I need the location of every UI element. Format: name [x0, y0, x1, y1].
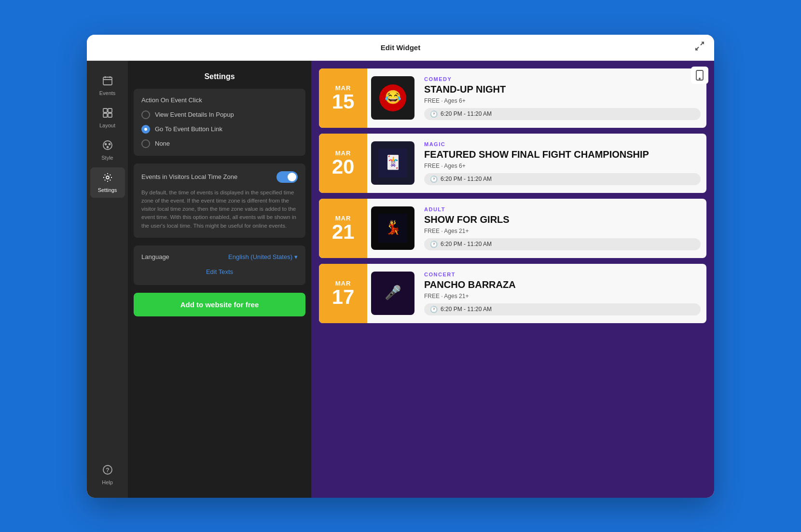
event-title: FEATURED SHOW FINAL FIGHT CHAMPIONSHIP [424, 149, 701, 160]
event-meta: FREE · Ages 6+ [424, 163, 701, 169]
toggle-label: Events in Visitors Local Time Zone [141, 173, 237, 180]
svg-rect-8 [103, 113, 107, 117]
event-info: COMEDY STAND-UP NIGHT FREE · Ages 6+ 🕐 6… [418, 68, 706, 128]
radio-popup[interactable]: View Event Details In Popup [141, 110, 298, 119]
mobile-preview-button[interactable] [691, 67, 708, 84]
sidebar-item-events[interactable]: Events [90, 70, 125, 101]
svg-text:🃏: 🃏 [385, 154, 401, 170]
sidebar-item-layout[interactable]: Layout [90, 103, 125, 133]
preview-area: MAR 15 😂 COMEDY STAND-UP NIGHT FREE · Ag… [311, 61, 714, 498]
event-image: 🎤 [371, 272, 414, 315]
event-time-text: 6:20 PM - 11:20 AM [441, 241, 492, 247]
sidebar-item-style[interactable]: Style [90, 135, 125, 165]
events-icon [102, 75, 113, 88]
event-card[interactable]: MAR 17 🎤 CONCERT PANCHO BARRAZA FREE · A… [319, 264, 706, 323]
event-category: ADULT [424, 206, 701, 212]
layout-icon [102, 108, 113, 121]
settings-panel: Settings Action On Event Click View Even… [128, 61, 311, 498]
event-title: PANCHO BARRAZA [424, 279, 701, 290]
event-day: 21 [332, 222, 355, 242]
event-date-block: MAR 20 [319, 134, 367, 193]
event-time: 🕐 6:20 PM - 11:20 AM [424, 303, 701, 315]
event-date-block: MAR 21 [319, 199, 367, 258]
event-info: ADULT SHOW FOR GIRLS FREE · Ages 21+ 🕐 6… [418, 199, 706, 258]
sidebar-events-label: Events [99, 90, 116, 96]
svg-point-14 [106, 176, 109, 179]
event-time-text: 6:20 PM - 11:20 AM [441, 110, 492, 117]
svg-rect-7 [108, 109, 112, 112]
language-label: Language [141, 253, 169, 260]
event-day: 15 [332, 92, 355, 112]
radio-link-circle[interactable] [141, 125, 150, 134]
radio-link[interactable]: Go To Event Button Link [141, 125, 298, 134]
clock-icon: 🕐 [430, 110, 438, 118]
sidebar-layout-label: Layout [99, 123, 115, 128]
timezone-section: Events in Visitors Local Time Zone By de… [134, 164, 305, 238]
event-meta: FREE · Ages 6+ [424, 97, 701, 104]
event-image: 🃏 [371, 141, 414, 185]
sidebar: Events Layout [87, 61, 128, 498]
event-time: 🕐 6:20 PM - 11:20 AM [424, 238, 701, 250]
event-title: STAND-UP NIGHT [424, 84, 701, 95]
radio-none-label: None [155, 140, 170, 147]
language-section: Language English (United States) ▾ Edit … [134, 246, 305, 285]
event-title: SHOW FOR GIRLS [424, 214, 701, 225]
action-section-title: Action On Event Click [141, 96, 298, 104]
timezone-description: By default, the time of events is displa… [141, 189, 298, 230]
event-card[interactable]: MAR 20 🃏 MAGIC FEATURED SHOW FINAL FIGHT… [319, 134, 706, 193]
clock-icon: 🕐 [430, 241, 438, 248]
modal-header: Edit Widget [87, 35, 714, 61]
svg-text:💃: 💃 [385, 219, 401, 235]
language-value-text: English (United States) [228, 253, 292, 260]
svg-point-18 [699, 78, 700, 79]
sidebar-bottom: ? Help [90, 460, 125, 490]
svg-text:🎤: 🎤 [385, 285, 401, 300]
sidebar-settings-label: Settings [98, 187, 117, 193]
svg-rect-9 [108, 113, 112, 117]
event-day: 20 [332, 157, 355, 177]
toggle-row: Events in Visitors Local Time Zone [141, 171, 298, 183]
clock-icon: 🕐 [430, 306, 438, 313]
event-info: MAGIC FEATURED SHOW FINAL FIGHT CHAMPION… [418, 134, 706, 193]
settings-title: Settings [128, 61, 311, 89]
event-time: 🕐 6:20 PM - 11:20 AM [424, 173, 701, 185]
event-time: 🕐 6:20 PM - 11:20 AM [424, 108, 701, 120]
event-meta: FREE · Ages 21+ [424, 293, 701, 300]
modal-title: Edit Widget [381, 43, 420, 52]
event-category: MAGIC [424, 141, 701, 147]
svg-rect-6 [103, 109, 107, 112]
chevron-down-icon: ▾ [294, 253, 298, 260]
language-dropdown[interactable]: English (United States) ▾ [228, 253, 298, 260]
event-category: COMEDY [424, 76, 701, 82]
event-time-text: 6:20 PM - 11:20 AM [441, 306, 492, 313]
radio-popup-circle[interactable] [141, 110, 150, 119]
clock-icon: 🕐 [430, 176, 438, 183]
radio-none[interactable]: None [141, 139, 298, 148]
svg-text:😂: 😂 [385, 89, 401, 105]
add-to-website-button[interactable]: Add to website for free [134, 293, 305, 316]
action-section: Action On Event Click View Event Details… [134, 89, 305, 156]
event-image: 😂 [371, 76, 414, 120]
sidebar-help-label: Help [102, 479, 113, 485]
help-icon: ? [102, 464, 113, 477]
events-list: MAR 15 😂 COMEDY STAND-UP NIGHT FREE · Ag… [319, 68, 706, 323]
svg-point-12 [109, 143, 110, 145]
svg-rect-2 [103, 77, 112, 85]
expand-button[interactable] [695, 41, 704, 54]
sidebar-item-settings[interactable]: Settings [90, 167, 125, 198]
radio-none-circle[interactable] [141, 139, 150, 148]
event-card[interactable]: MAR 21 💃 ADULT SHOW FOR GIRLS FREE · Age… [319, 199, 706, 258]
event-meta: FREE · Ages 21+ [424, 228, 701, 234]
event-day: 17 [332, 287, 355, 307]
sidebar-item-help[interactable]: ? Help [90, 460, 125, 490]
timezone-toggle[interactable] [276, 171, 298, 183]
event-card[interactable]: MAR 15 😂 COMEDY STAND-UP NIGHT FREE · Ag… [319, 68, 706, 128]
edit-widget-modal: Edit Widget Even [87, 35, 714, 498]
radio-popup-label: View Event Details In Popup [155, 111, 234, 118]
event-image: 💃 [371, 206, 414, 250]
event-date-block: MAR 15 [319, 68, 367, 128]
edit-texts-button[interactable]: Edit Texts [141, 266, 298, 277]
svg-point-11 [105, 143, 106, 145]
svg-point-13 [107, 146, 108, 148]
style-icon [102, 140, 113, 153]
